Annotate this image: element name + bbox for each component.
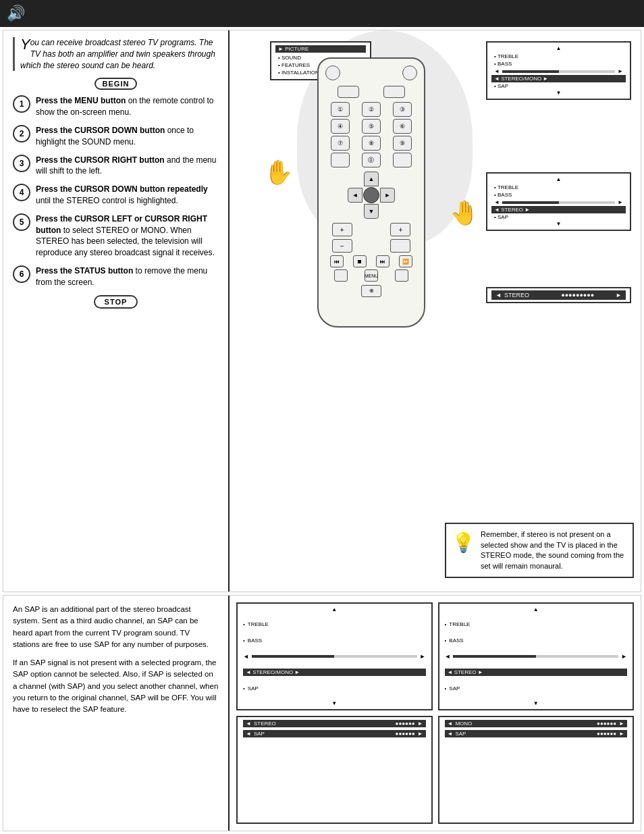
step-text-4: Press the CURSOR DOWN button repeatedly … bbox=[36, 184, 219, 207]
step-bold-3: Press the CURSOR RIGHT button bbox=[36, 155, 165, 165]
step-text-3: Press the CURSOR RIGHT button and the me… bbox=[36, 155, 219, 178]
step-1: 1 Press the MENU button on the remote co… bbox=[13, 95, 219, 118]
stop-badge: STOP bbox=[94, 295, 138, 309]
step-text-1: Press the MENU button on the remote cont… bbox=[36, 95, 219, 118]
vol-minus-btn[interactable]: − bbox=[332, 239, 352, 253]
stereo-title-arrow: ▲ bbox=[491, 176, 626, 182]
transport-btn-1[interactable]: ⏮ bbox=[330, 255, 344, 267]
step-4: 4 Press the CURSOR DOWN button repeatedl… bbox=[13, 184, 219, 207]
big-letter-y: Y bbox=[20, 37, 30, 52]
stereo-balance-slider: ◄ ► bbox=[491, 199, 626, 206]
status-btn[interactable]: ⊕ bbox=[361, 285, 381, 297]
cursor-left-btn[interactable]: ◄ bbox=[348, 188, 363, 203]
stereo-arrow-down: ▼ bbox=[491, 221, 626, 227]
diag1-stereo-highlight: ◄ STEREO/MONO ► bbox=[243, 669, 426, 676]
transport-btn-7[interactable] bbox=[395, 269, 408, 282]
cursor-down-btn[interactable]: ▼ bbox=[364, 204, 379, 219]
step-num-5: 5 bbox=[13, 213, 30, 231]
ch-minus-btn[interactable] bbox=[390, 239, 410, 253]
transport-row-1: ⏮ ⏹ ⏭ ⏩ bbox=[325, 255, 417, 267]
diag1-sap: • SAP bbox=[243, 685, 426, 692]
header-bar: 🔊 bbox=[0, 0, 644, 27]
diag1-treble: • TREBLE bbox=[243, 621, 426, 628]
diag2-bass: • BASS bbox=[445, 637, 628, 644]
top-section: Y ou can receive broadcast stereo TV pro… bbox=[3, 30, 641, 592]
bottom-left-text: An SAP is an additional part of the ster… bbox=[3, 596, 230, 831]
remote-num-8[interactable]: ⑧ bbox=[362, 136, 381, 151]
step-bold-5: Press the CURSOR LEFT or CURSOR RIGHT bu… bbox=[36, 214, 207, 235]
diag2-arrow-up: ▲ bbox=[445, 606, 628, 613]
screen-stereo-selection: ▲ • TREBLE • BASS ◄ ► ◄ STEREO ► • SAP ▼ bbox=[486, 172, 631, 231]
begin-badge: BEGIN bbox=[95, 78, 138, 90]
speaker-icon: 🔊 bbox=[7, 5, 25, 22]
cursor-right-btn[interactable]: ► bbox=[380, 188, 395, 203]
transport-btn-4[interactable]: ⏩ bbox=[399, 255, 412, 267]
diag1-arrow-up: ▲ bbox=[243, 606, 426, 613]
stereo-item-bass: • BASS bbox=[491, 191, 626, 199]
remote-btn-empty2[interactable] bbox=[393, 153, 412, 167]
vol-plus-btn[interactable]: + bbox=[332, 223, 352, 236]
remote-body: ① ② ③ ④ ⑤ ⑥ ⑦ ⑧ ⑨ ⓪ bbox=[317, 57, 425, 328]
step-bold-6: Press the STATUS button bbox=[36, 266, 133, 276]
diag3-sap-bar: ◄ SAP ●●●●●● ► bbox=[243, 730, 426, 737]
bottom-section: An SAP is an additional part of the ster… bbox=[3, 595, 641, 831]
step-3: 3 Press the CURSOR RIGHT button and the … bbox=[13, 155, 219, 178]
remote-num-4[interactable]: ④ bbox=[331, 119, 350, 134]
transport-btn-3[interactable]: ⏭ bbox=[376, 255, 390, 267]
menu-highlighted-item: ► PICTURE bbox=[275, 45, 366, 53]
remote-btn-f2[interactable] bbox=[383, 86, 405, 98]
remote-num-0[interactable]: ⓪ bbox=[362, 153, 381, 167]
intro-body: ou can receive broadcast stereo TV progr… bbox=[20, 38, 215, 70]
remote-btn-f1[interactable] bbox=[338, 86, 359, 98]
step-num-4: 4 bbox=[13, 184, 30, 201]
remote-num-6[interactable]: ⑥ bbox=[393, 119, 412, 134]
remote-num-7[interactable]: ⑦ bbox=[331, 136, 350, 151]
sound-item-balance-slider: ◄ ► bbox=[491, 68, 626, 75]
sound-item-sap: • SAP bbox=[491, 82, 626, 90]
step-text-5: Press the CURSOR LEFT or CURSOR RIGHT bu… bbox=[36, 213, 219, 259]
sound-item-treble: • TREBLE bbox=[491, 53, 626, 60]
main-content: Y ou can receive broadcast stereo TV pro… bbox=[0, 27, 644, 834]
stereo-item-sap: • SAP bbox=[491, 213, 626, 221]
sound-arrow-down: ▼ bbox=[491, 90, 626, 96]
step-num-2: 2 bbox=[13, 125, 30, 142]
remote-num-5[interactable]: ⑤ bbox=[362, 119, 381, 134]
sap-para-2: If an SAP signal is not present with a s… bbox=[13, 657, 219, 715]
remote-num-1[interactable]: ① bbox=[331, 102, 350, 117]
bottom-diagrams: ▲ • TREBLE • BASS ◄ ► ◄ STEREO/MONO ► • bbox=[230, 596, 641, 831]
dpad-center[interactable] bbox=[363, 187, 379, 203]
diag4-mono-bar: ◄ MONO ●●●●●● ► bbox=[445, 720, 628, 727]
ch-plus-btn[interactable]: + bbox=[390, 223, 410, 236]
stereo-bar-content: ◄ STEREO ●●●●●●●●● ► bbox=[491, 290, 626, 300]
diag4-sap-bar: ◄ SAP ●●●●●● ► bbox=[445, 730, 628, 737]
volume-channel-row: + + bbox=[325, 223, 417, 236]
left-panel: Y ou can receive broadcast stereo TV pro… bbox=[3, 30, 230, 592]
intro-text: Y ou can receive broadcast stereo TV pro… bbox=[13, 37, 219, 71]
diag1-arrow-down: ▼ bbox=[243, 700, 426, 706]
remote-num-9[interactable]: ⑨ bbox=[393, 136, 412, 151]
remote-control-container: 🤚 🤚 ① bbox=[297, 57, 446, 328]
transport-btn-2[interactable]: ⏹ bbox=[353, 255, 367, 267]
step-text-6: Press the STATUS button to remove the me… bbox=[36, 265, 219, 288]
left-hand-icon: 🤚 bbox=[263, 159, 293, 186]
diag-box-3: ◄ STEREO ●●●●●● ► ◄ SAP ●●●●●● ► bbox=[236, 716, 433, 824]
cursor-up-btn[interactable]: ▲ bbox=[364, 172, 379, 186]
stereo-item-treble: • TREBLE bbox=[491, 184, 626, 191]
diag2-sap: • SAP bbox=[445, 685, 628, 692]
diag1-bass: • BASS bbox=[243, 637, 426, 644]
right-hand-icon: 🤚 bbox=[450, 199, 479, 227]
sound-item-bass: • BASS bbox=[491, 60, 626, 68]
remote-num-2[interactable]: ② bbox=[362, 102, 381, 117]
transport-btn-5[interactable] bbox=[334, 269, 348, 282]
remote-power-btn[interactable] bbox=[325, 66, 340, 80]
step-text-2: Press the CURSOR DOWN button once to hig… bbox=[36, 125, 219, 148]
status-btn-row: ⊕ bbox=[325, 284, 417, 297]
screen-sound-menu: ▲ • TREBLE • BASS ◄ ► ◄ STEREO/MONO ► • … bbox=[486, 41, 631, 100]
remote-function-row bbox=[325, 86, 417, 98]
transport-btn-menu[interactable]: MENU bbox=[365, 269, 378, 282]
remote-num-3[interactable]: ③ bbox=[393, 102, 412, 117]
remote-input-btn[interactable] bbox=[402, 66, 417, 80]
remote-btn-empty1[interactable] bbox=[331, 153, 350, 167]
sound-title-arrow: ▲ bbox=[491, 45, 626, 51]
step-num-3: 3 bbox=[13, 155, 30, 172]
